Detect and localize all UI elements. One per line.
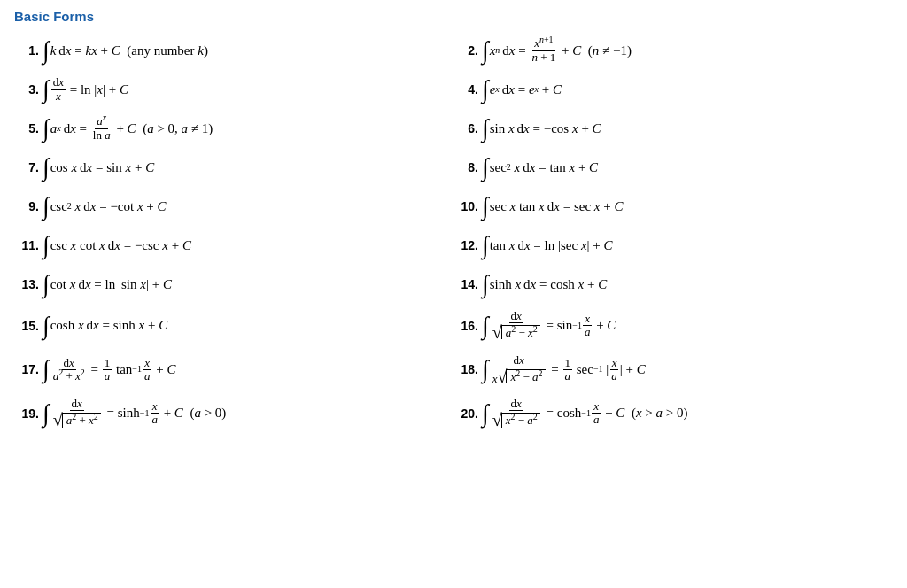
formula-6: 6. ∫sin x dx = −cos x + C	[454, 109, 893, 148]
formula-12: 12. ∫tan x dx = ln |sec x| + C	[454, 226, 893, 265]
formula-3: 3. ∫ dx x = ln |x| + C	[14, 70, 454, 109]
formula-17: 17. ∫ dx a2 + x2 = 1a tan−1 xa + C	[14, 348, 454, 392]
formula-15: 15. ∫cosh x dx = sinh x + C	[14, 304, 454, 348]
formula-5: 5. ∫ax dx = ax ln a + C (a > 0, a ≠ 1)	[14, 109, 454, 148]
formula-9: 9. ∫csc2 x dx = −cot x + C	[14, 187, 454, 226]
formula-8: 8. ∫sec2 x dx = tan x + C	[454, 148, 893, 187]
formula-16: 16. ∫ dx √a2 − x2 = sin−1 xa + C	[454, 304, 893, 348]
formula-11: 11. ∫csc x cot x dx = −csc x + C	[14, 226, 454, 265]
formula-20: 20. ∫ dx √x2 − a2 = cosh−1 xa + C (x > a…	[454, 391, 893, 436]
formula-18: 18. ∫ dx x√x2 − a2 = 1a sec−1 |xa| + C	[454, 348, 893, 392]
formula-1: 1. ∫k dx = kx + C (any number k)	[14, 31, 454, 70]
formula-2: 2. ∫xn dx = xn+1 n + 1 + C (n ≠ −1)	[454, 31, 893, 70]
formula-4: 4. ∫ex dx = ex + C	[454, 70, 893, 109]
formula-7: 7. ∫cos x dx = sin x + C	[14, 148, 454, 187]
formula-10: 10. ∫sec x tan x dx = sec x + C	[454, 187, 893, 226]
formula-14: 14. ∫sinh x dx = cosh x + C	[454, 265, 893, 304]
formulas-container: 1. ∫k dx = kx + C (any number k) 2. ∫xn …	[14, 31, 893, 436]
formula-19: 19. ∫ dx √a2 + x2 = sinh−1 xa + C (a > 0…	[14, 391, 454, 436]
page-title: Basic Forms	[14, 9, 893, 24]
formula-13: 13. ∫cot x dx = ln |sin x| + C	[14, 265, 454, 304]
